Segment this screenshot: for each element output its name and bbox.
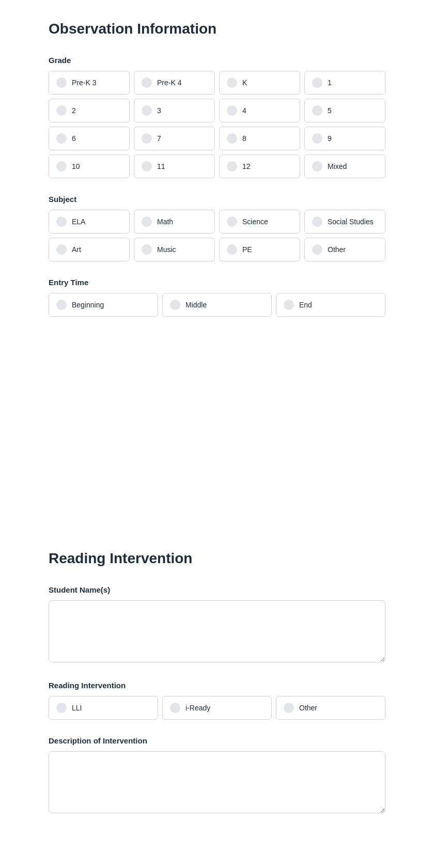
subject-option-science[interactable]: Science [219, 210, 300, 234]
student-names-input[interactable] [49, 600, 385, 662]
grade-option-6[interactable]: 6 [49, 127, 130, 150]
grade-option-4[interactable]: 4 [219, 99, 300, 122]
reading-intervention-label: Reading Intervention [49, 681, 385, 690]
grade-option-10[interactable]: 10 [49, 154, 130, 178]
radio-circle-end [284, 300, 294, 310]
reading-intervention-label-iready: i-Ready [185, 703, 210, 712]
subject-option-ela[interactable]: ELA [49, 210, 130, 234]
radio-circle-pe [227, 244, 237, 255]
entry-time-label-end: End [299, 300, 312, 309]
grade-option-8[interactable]: 8 [219, 127, 300, 150]
radio-circle-k [227, 78, 237, 88]
subject-label-math: Math [157, 217, 173, 226]
subject-label-art: Art [72, 245, 81, 254]
reading-intervention-option-iready[interactable]: i-Ready [162, 696, 272, 720]
subject-option-math[interactable]: Math [134, 210, 215, 234]
grade-label-6: 6 [72, 134, 76, 143]
observation-section: Observation Information Grade Pre-K 3 Pr… [0, 0, 434, 364]
radio-circle-8 [227, 133, 237, 144]
section-spacer [0, 364, 434, 530]
radio-circle-3 [142, 105, 152, 116]
entry-time-label: Entry Time [49, 278, 385, 287]
radio-circle-5 [312, 105, 322, 116]
radio-circle-middle [170, 300, 180, 310]
grade-label: Grade [49, 56, 385, 65]
grade-label-prek4: Pre-K 4 [157, 78, 181, 87]
grade-option-3[interactable]: 3 [134, 99, 215, 122]
reading-intervention-options-grid: LLI i-Ready Other [49, 696, 385, 720]
grade-option-7[interactable]: 7 [134, 127, 215, 150]
subject-option-art[interactable]: Art [49, 238, 130, 261]
radio-circle-9 [312, 133, 322, 144]
grade-label-3: 3 [157, 106, 161, 115]
subject-label-music: Music [157, 245, 176, 254]
subject-option-music[interactable]: Music [134, 238, 215, 261]
subject-options-grid: ELA Math Science Social Studies Art Musi… [49, 210, 385, 261]
subject-label-other: Other [328, 245, 346, 254]
grade-option-2[interactable]: 2 [49, 99, 130, 122]
grade-option-mixed[interactable]: Mixed [304, 154, 385, 178]
subject-field-group: Subject ELA Math Science Social Studies … [49, 195, 385, 261]
radio-circle-12 [227, 161, 237, 172]
grade-option-11[interactable]: 11 [134, 154, 215, 178]
reading-intervention-option-other[interactable]: Other [276, 696, 385, 720]
description-field-group: Description of Intervention [49, 736, 385, 815]
grade-label-9: 9 [328, 134, 332, 143]
subject-label-science: Science [242, 217, 268, 226]
grade-label-7: 7 [157, 134, 161, 143]
grade-label-4: 4 [242, 106, 246, 115]
radio-circle-2 [56, 105, 67, 116]
grade-label-5: 5 [328, 106, 332, 115]
subject-option-pe[interactable]: PE [219, 238, 300, 261]
reading-intervention-title: Reading Intervention [49, 550, 385, 567]
reading-intervention-label-other: Other [299, 703, 317, 712]
grade-options-grid: Pre-K 3 Pre-K 4 K 1 2 3 [49, 71, 385, 178]
grade-label-11: 11 [157, 162, 165, 171]
radio-circle-social-studies [312, 216, 322, 227]
entry-time-option-end[interactable]: End [276, 293, 385, 317]
grade-label-8: 8 [242, 134, 246, 143]
reading-intervention-section: Reading Intervention Student Name(s) Rea… [0, 530, 434, 863]
student-names-label: Student Name(s) [49, 585, 385, 594]
grade-option-5[interactable]: 5 [304, 99, 385, 122]
subject-label-pe: PE [242, 245, 252, 254]
subject-label-social-studies: Social Studies [328, 217, 374, 226]
entry-time-field-group: Entry Time Beginning Middle End [49, 278, 385, 317]
grade-option-12[interactable]: 12 [219, 154, 300, 178]
radio-circle-6 [56, 133, 67, 144]
student-names-field-group: Student Name(s) [49, 585, 385, 664]
subject-option-other[interactable]: Other [304, 238, 385, 261]
grade-label-1: 1 [328, 78, 332, 87]
radio-circle-10 [56, 161, 67, 172]
grade-label-prek3: Pre-K 3 [72, 78, 96, 87]
entry-time-label-beginning: Beginning [72, 300, 104, 309]
radio-circle-11 [142, 161, 152, 172]
reading-intervention-option-lli[interactable]: LLI [49, 696, 158, 720]
entry-time-label-middle: Middle [185, 300, 207, 309]
grade-option-prek3[interactable]: Pre-K 3 [49, 71, 130, 95]
grade-label-k: K [242, 78, 247, 87]
entry-time-options-grid: Beginning Middle End [49, 293, 385, 317]
radio-circle-1 [312, 78, 322, 88]
radio-circle-prek3 [56, 78, 67, 88]
entry-time-option-middle[interactable]: Middle [162, 293, 272, 317]
grade-option-1[interactable]: 1 [304, 71, 385, 95]
radio-circle-7 [142, 133, 152, 144]
radio-circle-other-subject [312, 244, 322, 255]
radio-circle-music [142, 244, 152, 255]
reading-intervention-label-lli: LLI [72, 703, 82, 712]
grade-field-group: Grade Pre-K 3 Pre-K 4 K 1 2 [49, 56, 385, 178]
radio-circle-math [142, 216, 152, 227]
entry-time-option-beginning[interactable]: Beginning [49, 293, 158, 317]
radio-circle-lli [56, 703, 67, 713]
grade-option-9[interactable]: 9 [304, 127, 385, 150]
radio-circle-beginning [56, 300, 67, 310]
grade-label-10: 10 [72, 162, 80, 171]
reading-intervention-field-group: Reading Intervention LLI i-Ready Other [49, 681, 385, 720]
radio-circle-other-reading [284, 703, 294, 713]
grade-option-prek4[interactable]: Pre-K 4 [134, 71, 215, 95]
subject-label: Subject [49, 195, 385, 204]
description-input[interactable] [49, 751, 385, 813]
subject-option-social-studies[interactable]: Social Studies [304, 210, 385, 234]
grade-option-k[interactable]: K [219, 71, 300, 95]
